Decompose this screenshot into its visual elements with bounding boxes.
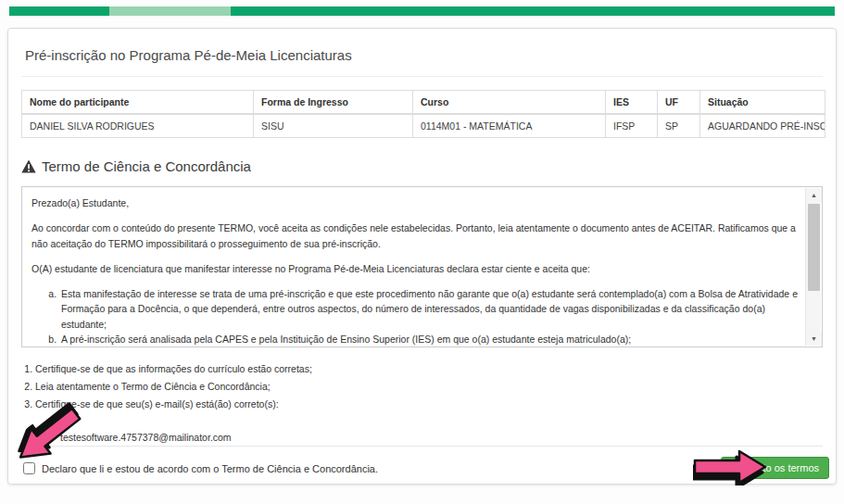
table-header-row: Nome do participante Forma de Ingresso C… <box>22 91 825 115</box>
terms-text: Prezado(a) Estudante, Ao concordar com o… <box>23 188 803 346</box>
agreement-row: Declaro que li e estou de acordo com o T… <box>23 462 378 474</box>
progress-segment-current <box>109 6 231 16</box>
warning-triangle-icon <box>21 159 36 173</box>
agreement-label: Declaro que li e estou de acordo com o T… <box>42 463 378 474</box>
scrollbar-up-icon[interactable]: ▲ <box>806 188 822 202</box>
progress-bar <box>9 6 835 16</box>
scrollbar-thumb[interactable] <box>808 204 820 291</box>
terms-salutation: Prezado(a) Estudante, <box>31 195 800 210</box>
page-title: Pré-inscrição no Programa Pé-de-Meia Lic… <box>21 29 823 77</box>
scrollbar-down-icon[interactable]: ▼ <box>806 332 822 346</box>
bottom-divider <box>21 446 823 447</box>
cell-course: 0114M01 - MATEMÁTICA <box>413 114 606 138</box>
col-header-admission-type: Forma de Ingresso <box>254 91 413 115</box>
instruction-item: Leia atentamente o Termo de Ciência e Co… <box>35 381 823 392</box>
terms-section-heading: Termo de Ciência e Concordância <box>21 158 823 174</box>
terms-condition-item: A pré-inscrição será analisada pela CAPE… <box>59 332 800 346</box>
cell-status: AGUARDANDO PRÉ-INSCRIÇÃO <box>700 114 825 138</box>
cell-admission-type: SISU <box>254 114 413 138</box>
email-item: testesoftware.4757378@mailinator.com <box>60 432 823 443</box>
progress-segment-complete-1 <box>9 6 109 16</box>
terms-declaration-lead: O(A) estudante de licenciatura que manif… <box>31 261 800 276</box>
accept-terms-button[interactable]: → Aceito os termos <box>721 457 829 479</box>
email-list: testesoftware.4757378@mailinator.com <box>47 416 823 443</box>
col-header-status: Situação <box>700 91 825 115</box>
instruction-item: Certifique-se de que as informações do c… <box>35 363 823 374</box>
terms-scroll-box[interactable]: Prezado(a) Estudante, Ao concordar com o… <box>21 186 823 347</box>
terms-intro: Ao concordar com o conteúdo do presente … <box>31 220 800 251</box>
terms-section-title: Termo de Ciência e Concordância <box>42 158 251 174</box>
instruction-list: Certifique-se de que as informações do c… <box>21 363 823 410</box>
instruction-item: Certifique-se de que seu(s) e-mail(s) es… <box>35 398 823 410</box>
participant-table: Nome do participante Forma de Ingresso C… <box>21 90 825 138</box>
cell-ies: IFSP <box>606 114 658 138</box>
email-item-empty <box>60 416 823 427</box>
col-header-course: Curso <box>413 91 606 115</box>
accept-terms-button-label: Aceito os termos <box>743 462 819 473</box>
terms-agreement-checkbox[interactable] <box>23 462 35 474</box>
col-header-ies: IES <box>606 91 658 115</box>
col-header-participant-name: Nome do participante <box>22 91 254 115</box>
cell-uf: SP <box>658 114 700 138</box>
col-header-uf: UF <box>658 91 700 115</box>
terms-scrollbar[interactable]: ▲ ▼ <box>805 188 821 346</box>
pre-enrollment-card: Pré-inscrição no Programa Pé-de-Meia Lic… <box>7 28 837 485</box>
terms-conditions-list: Esta manifestação de interesse se trata … <box>31 286 800 346</box>
table-row: DANIEL SILVA RODRIGUES SISU 0114M01 - MA… <box>22 114 825 138</box>
cell-participant-name: DANIEL SILVA RODRIGUES <box>22 114 254 138</box>
terms-condition-item: Esta manifestação de interesse se trata … <box>59 286 800 332</box>
arrow-right-icon: → <box>731 462 741 473</box>
progress-segment-complete-2 <box>231 6 835 16</box>
